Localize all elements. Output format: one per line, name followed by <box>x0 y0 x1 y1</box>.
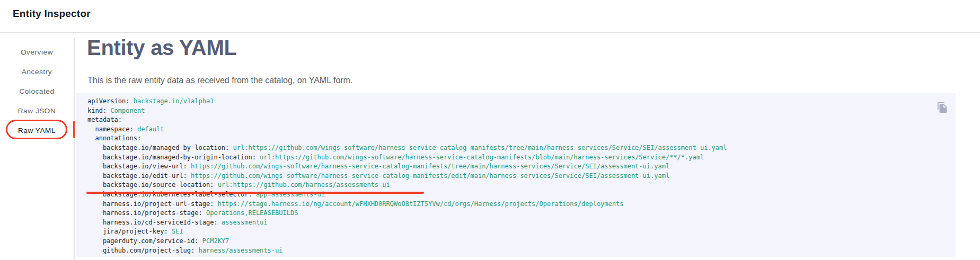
yaml-value: https://stage.harness.io/ng/account/wFHX… <box>214 200 623 208</box>
sidebar-item-ancestry[interactable]: Ancestry <box>0 62 74 82</box>
yaml-line: backstage.io/managed-by-origin-location:… <box>87 153 956 163</box>
yaml-value: https://github.com/wings-software/harnes… <box>187 172 669 180</box>
yaml-key: apiVersion: <box>87 97 129 105</box>
yaml-line: github.com/project-slug: harness/assessm… <box>87 246 956 256</box>
yaml-key: kind: <box>87 107 107 114</box>
yaml-key: backstage.io/managed-by-origin-location: <box>87 154 256 161</box>
yaml-value: https://github.com/wings-software/harnes… <box>187 163 669 170</box>
yaml-line: backstage.io/kubernetes-label-selector: … <box>87 190 956 200</box>
yaml-value: SEI <box>168 228 183 235</box>
yaml-key: backstage.io/edit-url: <box>87 172 187 180</box>
yaml-key: harness.io/projects-stage: <box>87 209 202 217</box>
sidebar-divider <box>74 38 75 260</box>
sidebar-item-raw-yaml[interactable]: Raw YAML <box>0 121 74 140</box>
yaml-line: namespace: default <box>87 125 956 135</box>
yaml-content: apiVersion: backstage.io/v1alpha1kind: C… <box>76 93 956 255</box>
active-tab-indicator <box>73 121 75 138</box>
yaml-key: backstage.io/kubernetes-label-selector: <box>87 191 252 198</box>
yaml-key: harness.io/project-url-stage: <box>87 200 214 208</box>
page-title: Entity as YAML <box>87 36 237 60</box>
yaml-value: Component <box>107 107 145 114</box>
yaml-line: annotations: <box>87 134 956 144</box>
inspector-sidebar: OverviewAncestryColocatedRaw JSONRaw YAM… <box>0 42 74 140</box>
yaml-key: backstage.io/view-url: <box>87 163 187 170</box>
yaml-line: backstage.io/edit-url: https://github.co… <box>87 172 956 181</box>
yaml-value: harness/assessments-ui <box>195 247 282 254</box>
yaml-line: jira/project-key: SEI <box>87 227 956 237</box>
yaml-key: pagerduty.com/service-id: <box>87 237 199 245</box>
yaml-key: backstage.io/source-location: <box>87 181 214 189</box>
yaml-line: metadata: <box>87 115 956 125</box>
yaml-line: backstage.io/managed-by-location: url:ht… <box>87 144 956 153</box>
yaml-value: Operations,RELEASEBUILDS <box>202 209 298 217</box>
yaml-line: backstage.io/view-url: https://github.co… <box>87 162 956 172</box>
entity-inspector-dialog: Entity Inspector OverviewAncestryColocat… <box>0 0 980 260</box>
yaml-line: apiVersion: backstage.io/v1alpha1 <box>87 97 956 106</box>
yaml-code-block: apiVersion: backstage.io/v1alpha1kind: C… <box>76 93 956 257</box>
yaml-line: harness.io/projects-stage: Operations,RE… <box>87 209 956 218</box>
yaml-value: backstage.io/v1alpha1 <box>129 97 214 105</box>
yaml-line: kind: Component <box>87 106 956 116</box>
yaml-line: backstage.io/source-location: url:https:… <box>87 181 956 190</box>
yaml-value: url:https://github.com/wings-software/ha… <box>229 144 727 151</box>
yaml-key: metadata: <box>87 116 122 123</box>
yaml-line: harness.io/cd-serviceId-stage: assessmen… <box>87 218 956 228</box>
yaml-value: assessmentui <box>218 219 268 226</box>
yaml-line: harness.io/project-url-stage: https://st… <box>87 200 956 209</box>
sidebar-item-colocated[interactable]: Colocated <box>0 82 74 101</box>
yaml-value: url:https://github.com/wings-software/ha… <box>256 154 704 161</box>
page-subtitle: This is the raw entity data as received … <box>87 76 352 85</box>
header-divider <box>0 32 980 33</box>
copy-button[interactable] <box>935 100 950 115</box>
sidebar-item-overview[interactable]: Overview <box>0 42 74 62</box>
yaml-value: url:https://github.com/harness/assessmen… <box>214 181 390 189</box>
yaml-key: harness.io/cd-serviceId-stage: <box>87 219 218 226</box>
yaml-key: namespace: <box>87 125 134 133</box>
yaml-line: pagerduty.com/service-id: PCM2KY7 <box>87 237 956 246</box>
yaml-key: backstage.io/managed-by-location: <box>87 144 229 151</box>
yaml-value: PCM2KY7 <box>199 237 229 245</box>
dialog-title: Entity Inspector <box>13 8 91 20</box>
copy-icon <box>937 102 948 113</box>
yaml-value: app=assessments-ui <box>252 191 325 198</box>
yaml-key: jira/project-key: <box>87 228 168 235</box>
yaml-key: annotations: <box>87 135 141 142</box>
yaml-key: github.com/project-slug: <box>87 247 195 254</box>
yaml-value: default <box>134 125 164 133</box>
sidebar-item-raw-json[interactable]: Raw JSON <box>0 101 74 121</box>
